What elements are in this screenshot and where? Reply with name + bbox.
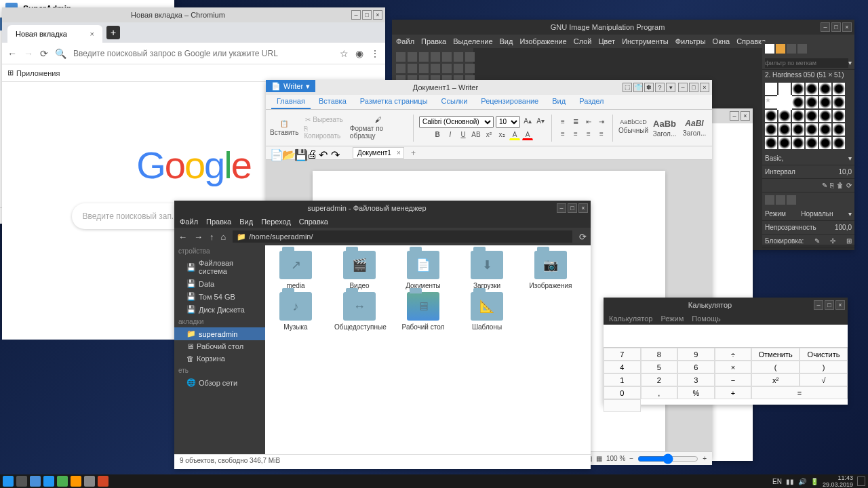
tool-icon[interactable] [442,52,452,62]
italic-button[interactable]: I [445,129,456,140]
calc-key[interactable]: % [677,386,715,399]
tool-icon[interactable] [431,52,440,62]
tb-icon[interactable]: 👕 [633,83,643,92]
writer-titlebar[interactable]: Документ1 – Writer ⬚👕✽?▾ –□× [266,80,712,95]
up-icon[interactable]: ↑ [210,232,214,242]
brush-icon[interactable] [792,96,804,108]
calc-key[interactable]: 3 [677,373,715,386]
menu-file[interactable]: Файл [180,218,198,226]
gimp-titlebar[interactable]: GNU Image Manipulation Program –□× [392,20,854,35]
start-button[interactable] [3,476,14,487]
fm-files[interactable]: ↗media 🎬Видео 📄Документы ⬇Загрузки 📷Изоб… [265,245,591,454]
brush-icon[interactable] [806,137,818,149]
align-left-icon[interactable]: ≡ [557,129,568,140]
menu-view[interactable]: Вид [500,37,513,45]
brush-icon[interactable] [778,110,791,122]
calc-key[interactable]: 1 [604,373,641,386]
outdent-icon[interactable]: ⇤ [583,117,594,127]
panel-tab-icon[interactable] [776,44,785,54]
panel-tab-icon[interactable] [765,195,774,205]
calc-key[interactable]: 0 [604,386,641,399]
menu-file[interactable]: Файл [396,37,414,45]
tab-section[interactable]: Раздел [574,95,609,109]
size-select[interactable]: 10 [496,116,520,128]
calc-key[interactable]: 4 [604,361,641,373]
close-button[interactable]: × [835,300,845,310]
strike-button[interactable]: AB [471,129,481,140]
cut-button[interactable]: Вырезать [313,116,342,123]
calc-key[interactable]: × [715,361,752,373]
folder[interactable]: 📐Шаблоны [462,292,512,331]
menu-help[interactable]: Справка [299,218,328,226]
close-button[interactable]: × [373,10,382,20]
opacity-value[interactable]: 100,0 [835,224,852,231]
close-button[interactable]: × [741,111,750,121]
apps-icon[interactable]: ⊞ [7,68,14,77]
menu-color[interactable]: Цвет [598,37,615,45]
align-center-icon[interactable]: ≡ [570,129,581,140]
menu-filters[interactable]: Фильтры [675,37,706,45]
underline-button[interactable]: U [458,129,469,140]
panel-icon[interactable]: ⟳ [846,182,852,189]
tb-icon[interactable]: ▾ [666,83,675,92]
new-doc-tab[interactable]: + [407,148,420,158]
menu-tools[interactable]: Инструменты [622,37,669,45]
maximize-button[interactable]: □ [825,300,834,310]
close-doc-icon[interactable]: × [397,149,401,157]
calc-key[interactable]: 6 [677,361,715,373]
tab-insert[interactable]: Вставка [313,95,352,109]
minimize-button[interactable]: – [821,22,830,32]
calc-key[interactable]: 2 [641,373,678,386]
maximize-button[interactable]: □ [568,203,577,213]
folder[interactable]: 🖥Рабочий стол [398,292,448,331]
taskbar-item[interactable] [98,476,108,487]
menu-edit[interactable]: Правка [206,218,231,226]
indent-icon[interactable]: ⇥ [596,117,607,127]
tb-icon[interactable]: ⬚ [623,83,632,92]
menu-view[interactable]: Вид [239,218,253,226]
minimize-button[interactable]: – [557,203,566,213]
tool-icon[interactable] [419,52,429,62]
bold-button[interactable]: B [432,129,443,140]
tool-icon[interactable] [419,64,429,73]
bookmark-apps[interactable]: Приложения [16,69,60,77]
panel-tab-icon[interactable] [787,44,796,54]
folder[interactable]: ↗media [271,251,321,289]
brush-icon[interactable] [792,110,804,122]
keyboard-layout[interactable]: EN [772,478,782,485]
calc-key[interactable]: 8 [641,348,678,361]
lock-icon[interactable]: ✢ [830,237,835,245]
star-icon[interactable]: ☆ [340,48,349,59]
calc-key[interactable]: 5 [641,361,678,373]
align-right-icon[interactable]: ≡ [583,129,594,140]
superscript-button[interactable]: x² [484,129,494,140]
chevron-down-icon[interactable]: ▾ [848,210,852,218]
tool-icon[interactable] [396,52,406,62]
panel-icon[interactable]: ✎ [822,182,827,189]
brush-icon[interactable] [819,96,831,108]
open-icon[interactable]: 📂 [282,148,292,158]
calc-key[interactable]: x² [751,373,800,386]
taskbar-item[interactable] [71,476,81,487]
folder[interactable]: 🎬Видео [334,251,384,289]
close-tab-icon[interactable]: × [90,30,94,38]
brush-icon[interactable] [833,123,845,136]
tool-icon[interactable] [454,52,463,62]
calc-titlebar[interactable]: Калькулятор –□× [604,298,848,312]
taskbar-item[interactable] [43,476,54,487]
chevron-down-icon[interactable]: ▾ [848,59,852,66]
calc-key[interactable]: ( [751,361,800,373]
minimize-button[interactable]: – [351,10,361,20]
brush-icon[interactable] [792,123,804,136]
url-input[interactable] [73,49,333,58]
calc-key[interactable]: , [641,386,678,399]
tool-icon[interactable] [408,52,417,62]
calc-key[interactable]: 7 [604,348,641,361]
document-tab[interactable]: Документ1× [353,147,404,159]
calc-display[interactable] [604,325,848,348]
calc-key[interactable]: Очистить [800,348,848,361]
brush-icon[interactable] [833,137,845,149]
battery-icon[interactable]: 🔋 [810,478,818,485]
profile-icon[interactable]: ◉ [355,48,363,59]
fontcolor-button[interactable]: A [522,129,533,140]
